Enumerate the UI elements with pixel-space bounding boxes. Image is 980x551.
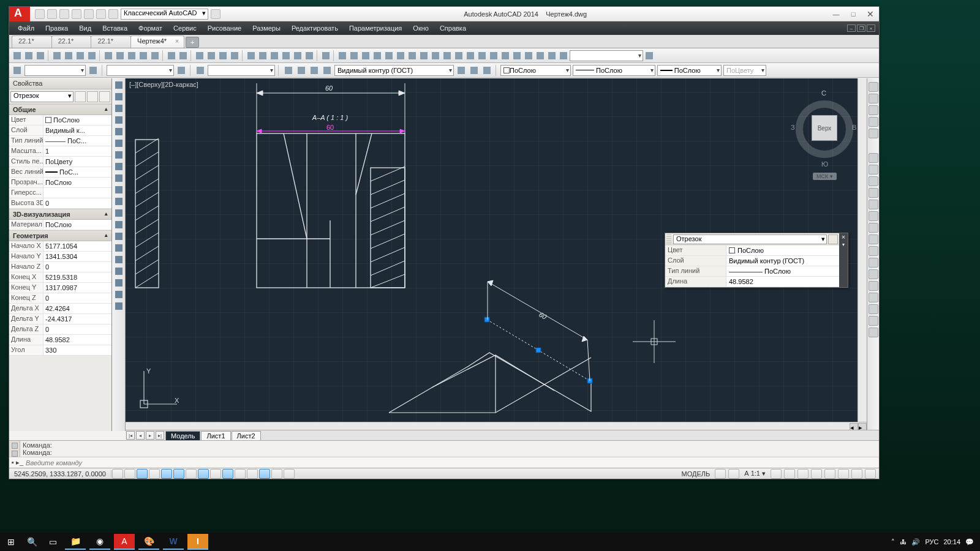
linetype-combo[interactable]: ПоСлою <box>573 65 655 76</box>
property-value[interactable]: -24.4317 <box>43 314 111 324</box>
vertical-scrollbar[interactable] <box>858 78 867 422</box>
layer-manager-icon[interactable] <box>283 65 294 76</box>
paste-icon[interactable] <box>126 50 137 61</box>
property-row[interactable]: СлойВидимый контур (ГОСТ) <box>665 256 839 266</box>
section-geometry[interactable]: Геометрия <box>9 230 111 241</box>
property-row[interactable]: Начало Y1341.5304 <box>9 252 111 262</box>
tray-lang[interactable]: РУС <box>925 538 938 545</box>
property-value[interactable]: ПоЦвету <box>43 157 111 167</box>
doc-tab[interactable]: 22.1* <box>12 36 52 48</box>
tab-model[interactable]: Модель <box>165 431 200 440</box>
tolerance-icon[interactable] <box>488 50 499 61</box>
mod-trim-icon[interactable] <box>869 258 878 268</box>
toolpalettes-icon[interactable] <box>269 50 280 61</box>
ellipsearc-icon[interactable] <box>113 196 124 207</box>
matchprops-icon[interactable] <box>138 50 149 61</box>
mleaderstyle-combo[interactable] <box>208 65 275 76</box>
property-row[interactable]: МатериалПоСлою <box>9 220 111 230</box>
tab-sheet[interactable]: Лист1 <box>201 431 230 440</box>
calc-icon[interactable] <box>304 50 315 61</box>
color-combo[interactable]: ПоСлою <box>500 65 571 76</box>
polyline-icon[interactable] <box>113 103 124 114</box>
sb-am-icon[interactable] <box>284 469 295 479</box>
sb-osnap-icon[interactable] <box>173 469 184 479</box>
dim-space-icon[interactable] <box>465 50 476 61</box>
sb-isolate-icon[interactable] <box>838 469 849 479</box>
qat-plot-icon[interactable] <box>84 9 94 19</box>
dim-update-icon[interactable] <box>558 50 569 61</box>
dim-linear-icon[interactable] <box>337 50 348 61</box>
mdi-restore-icon[interactable]: ❐ <box>857 24 865 32</box>
layer-prev-icon[interactable] <box>456 65 467 76</box>
menu-format[interactable]: Формат <box>134 23 167 33</box>
addselected-icon[interactable] <box>113 301 124 312</box>
dim-quick-icon[interactable] <box>430 50 441 61</box>
save-icon[interactable] <box>35 50 46 61</box>
sb-qp-icon[interactable] <box>259 469 270 479</box>
tray-chevron-icon[interactable]: ˄ <box>891 538 895 546</box>
property-value[interactable]: 5219.5318 <box>43 272 111 282</box>
sb-lwt-icon[interactable] <box>235 469 246 479</box>
mleaderstyle-icon[interactable] <box>195 65 206 76</box>
doc-tab[interactable]: 22.1* <box>91 36 131 48</box>
dim-radius-icon[interactable] <box>383 50 394 61</box>
layermatch-icon[interactable] <box>469 65 480 76</box>
spline-icon[interactable] <box>113 173 124 184</box>
layout-first-icon[interactable]: |◂ <box>126 431 135 440</box>
property-row[interactable]: Прозрач...ПоСлою <box>9 178 111 188</box>
viewcube[interactable]: С Ю З В Верх МСК ▾ <box>791 83 858 169</box>
search-icon[interactable]: 🔍 <box>23 534 40 550</box>
plotstyle-combo[interactable]: ПоЦвету <box>723 65 766 76</box>
word-icon[interactable]: W <box>163 534 184 550</box>
property-value[interactable]: ПоС... <box>43 167 111 177</box>
print-icon[interactable] <box>51 50 62 61</box>
dim-jogline-icon[interactable] <box>523 50 534 61</box>
textstyle-icon[interactable] <box>12 65 23 76</box>
dim-angular-icon[interactable] <box>418 50 429 61</box>
sb-ducs-icon[interactable] <box>210 469 221 479</box>
blockeditor-icon[interactable] <box>149 50 160 61</box>
viewcube-top-face[interactable]: Верх <box>812 115 837 141</box>
dim-diameter-icon[interactable] <box>407 50 418 61</box>
property-row[interactable]: ЦветПоСлою <box>9 115 111 126</box>
line-icon[interactable] <box>113 80 124 91</box>
mod-break-icon[interactable] <box>869 281 878 291</box>
annoscale-selector[interactable]: А 1:1 ▾ <box>741 470 769 478</box>
property-row[interactable]: ЦветПоСлою <box>665 246 839 256</box>
tab-sheet[interactable]: Лист2 <box>232 431 261 440</box>
qat-new-icon[interactable] <box>35 9 45 19</box>
inventor-icon[interactable]: I <box>187 534 208 550</box>
property-row[interactable]: Длина48.9582 <box>9 335 111 345</box>
property-row[interactable]: Конец Z0 <box>9 293 111 304</box>
sb-snap-icon[interactable] <box>124 469 135 479</box>
publish-icon[interactable] <box>75 50 86 61</box>
property-value[interactable]: 48.9582 <box>43 335 111 345</box>
sb-tpy-icon[interactable] <box>247 469 258 479</box>
property-value[interactable]: 42.4264 <box>43 304 111 313</box>
property-value[interactable]: ————— ПоСлою <box>726 266 839 276</box>
dim-inspect-icon[interactable] <box>511 50 522 61</box>
copy-icon[interactable] <box>115 50 126 61</box>
property-row[interactable]: Масшта...1 <box>9 146 111 157</box>
quick-properties-panel[interactable]: Отрезок ЦветПоСлоюСлойВидимый контур (ГО… <box>665 233 848 288</box>
dim-edit-icon[interactable] <box>535 50 546 61</box>
layer-lock-icon[interactable] <box>322 65 333 76</box>
viewcube-north[interactable]: С <box>821 89 826 97</box>
zoom-rt-icon[interactable] <box>206 50 217 61</box>
sb-grid-icon[interactable] <box>137 469 148 479</box>
cmd-close-icon[interactable] <box>12 451 18 457</box>
minimize-button[interactable]: — <box>827 8 845 20</box>
dim-break-icon[interactable] <box>477 50 488 61</box>
mod-fillet-icon[interactable] <box>869 316 878 326</box>
property-row[interactable]: Начало X5177.1054 <box>9 241 111 252</box>
undo-icon[interactable] <box>166 50 177 61</box>
property-row[interactable]: Конец Y1317.0987 <box>9 283 111 293</box>
sb-sc-icon[interactable] <box>271 469 282 479</box>
dim-jogged-icon[interactable] <box>395 50 406 61</box>
qat-open-icon[interactable] <box>47 9 57 19</box>
menu-window[interactable]: Окно <box>408 23 434 33</box>
section-general[interactable]: Общие <box>9 104 111 115</box>
open-icon[interactable] <box>23 50 34 61</box>
showmotion-icon[interactable] <box>869 129 878 138</box>
menu-tools[interactable]: Сервис <box>168 23 202 33</box>
